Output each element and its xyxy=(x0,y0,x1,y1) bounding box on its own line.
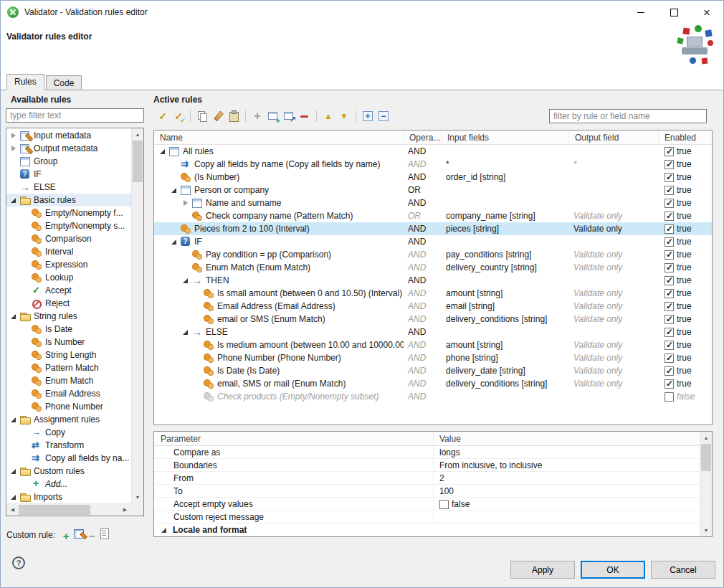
scroll-down-icon[interactable]: ▼ xyxy=(700,524,712,536)
parameter-row[interactable]: From2 xyxy=(154,472,700,485)
tree-item[interactable]: Is Number xyxy=(6,336,131,348)
scroll-right-icon[interactable]: ▶ xyxy=(119,504,131,516)
edit-icon[interactable] xyxy=(211,109,225,123)
maximize-button[interactable] xyxy=(657,1,690,24)
help-icon[interactable] xyxy=(12,556,25,569)
rule-row[interactable]: All rulesANDtrue xyxy=(154,145,712,158)
validate-icon[interactable] xyxy=(156,109,170,123)
tree-item[interactable]: ELSE xyxy=(6,181,131,194)
collapse-expander-icon[interactable] xyxy=(181,276,190,285)
rule-row[interactable]: Email Address (Email Address)ANDemail [s… xyxy=(154,300,712,313)
value-checkbox[interactable] xyxy=(439,500,449,509)
enabled-checkbox[interactable] xyxy=(665,237,674,247)
available-filter-input[interactable] xyxy=(6,108,144,123)
enabled-checkbox[interactable] xyxy=(665,289,674,298)
apply-button[interactable]: Apply xyxy=(510,561,575,579)
scrollbar-thumb[interactable] xyxy=(19,505,90,515)
enabled-checkbox[interactable] xyxy=(665,250,674,260)
tree-item[interactable]: Transform xyxy=(6,439,131,452)
collapse-expander-icon[interactable] xyxy=(170,186,178,194)
column-header-value[interactable]: Value xyxy=(434,432,700,445)
scroll-up-icon[interactable]: ▲ xyxy=(700,432,712,444)
tree-item[interactable]: Assignment rules xyxy=(6,413,131,426)
collapse-expander-icon[interactable] xyxy=(9,467,18,475)
validate-all-icon[interactable] xyxy=(171,109,186,123)
rule-row[interactable]: THENANDtrue xyxy=(154,274,712,287)
rule-row[interactable]: email or SMS (Enum Match)ANDdelivery_con… xyxy=(154,313,712,326)
enabled-checkbox[interactable] xyxy=(665,366,674,376)
collapse-expander-icon[interactable] xyxy=(9,493,18,501)
enabled-checkbox[interactable] xyxy=(665,173,674,182)
enabled-checkbox[interactable] xyxy=(665,328,674,337)
collapse-expander-icon[interactable] xyxy=(9,415,18,424)
collapse-expander-icon[interactable] xyxy=(181,328,190,336)
tree-item[interactable]: String rules xyxy=(6,310,131,323)
parameter-row[interactable]: Custom reject message xyxy=(154,511,700,523)
enabled-checkbox[interactable] xyxy=(665,354,674,363)
collapse-expander-icon[interactable] xyxy=(158,147,167,156)
rule-row[interactable]: ELSEANDtrue xyxy=(154,326,712,338)
rule-row[interactable]: email, SMS or mail (Enum Match)ANDdelive… xyxy=(154,377,712,390)
collapse-all-icon[interactable] xyxy=(376,109,391,123)
enabled-checkbox[interactable] xyxy=(665,147,674,156)
tree-item[interactable]: Is Date xyxy=(6,323,131,336)
column-header-name[interactable]: Name xyxy=(154,131,404,144)
rule-row[interactable]: Pieces from 2 to 100 (Interval)ANDpieces… xyxy=(154,222,712,235)
tree-item[interactable]: Add... xyxy=(6,478,131,490)
rule-row[interactable]: Check company name (Pattern Match)ORcomp… xyxy=(154,209,712,222)
enabled-checkbox[interactable] xyxy=(665,276,674,285)
tree-item[interactable]: Lookup xyxy=(6,271,131,284)
column-header-operator[interactable]: Opera... xyxy=(404,131,442,144)
parameter-row[interactable]: BoundariesFrom inclusive, to inclusive xyxy=(154,459,700,472)
column-header-enabled[interactable]: Enabled xyxy=(659,131,712,144)
enabled-checkbox[interactable] xyxy=(665,315,674,324)
wizard-icon[interactable] xyxy=(282,109,296,123)
tree-item[interactable]: Copy xyxy=(6,426,131,439)
collapse-expander-icon[interactable] xyxy=(170,237,178,246)
tab-rules[interactable]: Rules xyxy=(6,74,44,90)
column-header-parameter[interactable]: Parameter xyxy=(154,432,434,445)
tree-item[interactable]: Empty/Nonempty s... xyxy=(6,219,131,232)
custom-rule-add-icon[interactable] xyxy=(59,530,72,543)
tree-item[interactable]: Reject xyxy=(6,297,131,310)
enabled-checkbox[interactable] xyxy=(665,302,674,311)
collapse-expander-icon[interactable] xyxy=(9,312,18,321)
rule-row[interactable]: Enum Match (Enum Match)ANDdelivery_count… xyxy=(154,261,712,274)
tree-item[interactable]: Copy all fields by na... xyxy=(6,452,131,465)
tree-item[interactable]: Input metadata xyxy=(6,129,131,142)
rule-row[interactable]: Copy all fields by name (Copy all fields… xyxy=(154,158,712,171)
tree-item[interactable]: Email Address xyxy=(6,387,131,400)
parameter-row[interactable]: To100 xyxy=(154,485,700,498)
enabled-checkbox[interactable] xyxy=(665,199,674,208)
expand-expander-icon[interactable] xyxy=(9,144,18,153)
scroll-down-icon[interactable]: ▼ xyxy=(132,491,143,503)
paste-icon[interactable] xyxy=(227,109,241,123)
tree-item[interactable]: Group xyxy=(6,155,131,168)
collapse-expander-icon[interactable] xyxy=(160,526,168,534)
scroll-up-icon[interactable]: ▲ xyxy=(132,128,143,141)
tree-item[interactable]: Empty/Nonempty f... xyxy=(6,207,131,219)
scrollbar-thumb[interactable] xyxy=(133,141,143,182)
rules-filter-input[interactable] xyxy=(549,109,707,123)
tree-item[interactable]: Imports xyxy=(6,490,131,503)
collapse-expander-icon[interactable] xyxy=(9,196,18,204)
enabled-checkbox[interactable] xyxy=(665,160,674,169)
tree-item[interactable]: Phone Number xyxy=(6,400,131,413)
enabled-checkbox[interactable] xyxy=(665,341,674,350)
enabled-checkbox[interactable] xyxy=(665,379,674,389)
tab-code[interactable]: Code xyxy=(46,75,82,90)
rule-row[interactable]: Is medium amount (between 10.00 and 1000… xyxy=(154,338,712,351)
scrollbar-thumb[interactable] xyxy=(701,444,711,471)
tree-item[interactable]: String Length xyxy=(6,348,131,361)
tree-item[interactable]: Interval xyxy=(6,245,131,258)
add-icon[interactable] xyxy=(250,109,265,123)
tree-item[interactable]: Accept xyxy=(6,284,131,297)
enabled-checkbox[interactable] xyxy=(665,212,674,221)
rule-row[interactable]: Pay condition = pp (Comparison)ANDpay_co… xyxy=(154,248,712,261)
tree-item[interactable]: Pattern Match xyxy=(6,361,131,374)
move-up-icon[interactable] xyxy=(321,109,335,123)
enabled-checkbox[interactable] xyxy=(665,224,674,234)
cancel-button[interactable]: Cancel xyxy=(651,561,715,579)
copy-icon[interactable] xyxy=(195,109,209,123)
rule-row[interactable]: IFANDtrue xyxy=(154,235,712,248)
